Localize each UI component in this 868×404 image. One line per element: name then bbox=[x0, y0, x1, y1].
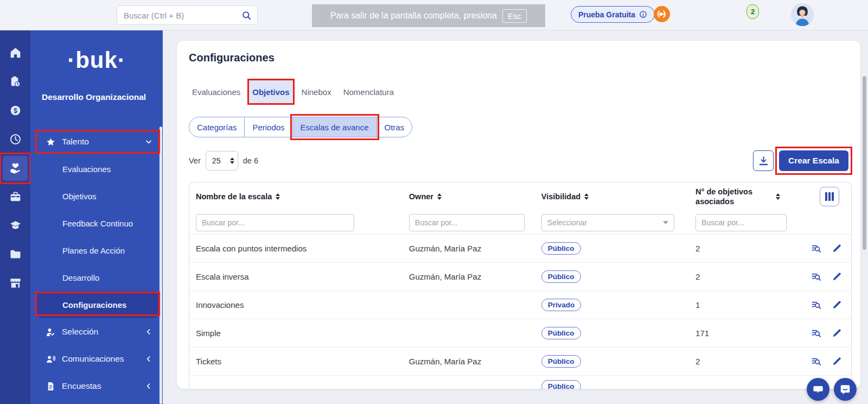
preview-icon[interactable] bbox=[810, 356, 822, 367]
filter-input-objetivos[interactable] bbox=[695, 214, 787, 231]
page-scrollbar[interactable] bbox=[863, 76, 866, 250]
cell-count: 2 bbox=[689, 357, 789, 366]
sidebar-item-seleccion[interactable]: Selección bbox=[37, 318, 158, 345]
column-header-actions bbox=[789, 187, 851, 206]
buk-logo[interactable]: ·buk· bbox=[30, 49, 163, 72]
select-arrows-icon bbox=[230, 157, 234, 164]
page-size-select[interactable]: 25 bbox=[206, 151, 238, 171]
table-filter-row: Seleccionar bbox=[189, 211, 851, 235]
edit-icon[interactable] bbox=[831, 271, 843, 282]
sidebar-subitem-label: Feedback Continuo bbox=[62, 219, 133, 228]
subtab-escalas-de-avance[interactable]: Escalas de avance bbox=[293, 117, 377, 137]
tab-label: Evaluaciones bbox=[192, 87, 240, 97]
cell-nombre: Tickets bbox=[189, 357, 403, 366]
free-trial-button[interactable]: Prueba Gratuita bbox=[571, 6, 655, 23]
filter-input-owner[interactable] bbox=[409, 214, 525, 231]
table-row: Innovaciones Privado 1 bbox=[189, 291, 851, 319]
visibility-badge: Público bbox=[541, 327, 581, 339]
chevron-left-icon bbox=[144, 327, 153, 336]
rail-folder-icon[interactable] bbox=[0, 240, 30, 269]
columns-config-button[interactable] bbox=[820, 187, 839, 206]
star-icon bbox=[44, 137, 57, 147]
column-header-owner[interactable]: Owner bbox=[403, 192, 535, 201]
visibility-badge: Privado bbox=[541, 299, 582, 311]
column-label: Owner bbox=[409, 192, 433, 201]
ver-label: Ver bbox=[189, 156, 201, 165]
sidebar-item-comunicaciones[interactable]: Comunicaciones bbox=[37, 345, 158, 373]
free-trial-label: Prueba Gratuita bbox=[578, 10, 635, 19]
sidebar-menu: Talento Evaluaciones Objetivos Feedback … bbox=[30, 128, 163, 400]
tab-label: Ninebox bbox=[302, 87, 331, 97]
edit-icon[interactable] bbox=[831, 327, 843, 339]
preview-icon[interactable] bbox=[810, 299, 822, 311]
configuraciones-card: Configuraciones Evaluaciones Objetivos N… bbox=[177, 41, 860, 389]
preview-icon[interactable] bbox=[810, 243, 822, 254]
sidebar-item-configuraciones[interactable]: Configuraciones bbox=[37, 291, 158, 318]
tab-nomenclatura[interactable]: Nomenclatura bbox=[340, 80, 397, 105]
user-avatar[interactable] bbox=[791, 3, 814, 26]
table-row: Público bbox=[189, 376, 851, 389]
search-input[interactable] bbox=[124, 11, 241, 20]
app-root: Para salir de la pantalla completa, pres… bbox=[0, 0, 868, 404]
tab-ninebox[interactable]: Ninebox bbox=[298, 80, 335, 105]
filter-select-visibilidad[interactable]: Seleccionar bbox=[541, 214, 674, 231]
chat-widget-button[interactable] bbox=[834, 378, 857, 401]
cell-owner: Guzmán, María Paz bbox=[403, 272, 535, 281]
sidebar-item-label: Selección bbox=[62, 327, 144, 337]
cell-count: 2 bbox=[689, 272, 789, 281]
visibility-badge: Público bbox=[541, 242, 581, 255]
filter-input-nombre[interactable] bbox=[196, 214, 354, 231]
sidebar-item-talento[interactable]: Talento bbox=[37, 128, 158, 155]
edit-icon[interactable] bbox=[831, 299, 843, 311]
column-header-nombre[interactable]: Nombre de la escala bbox=[189, 192, 403, 201]
cell-nombre: Escala inversa bbox=[189, 272, 403, 281]
notification-count-badge[interactable]: 2 bbox=[746, 4, 759, 19]
subtab-periodos[interactable]: Periodos bbox=[245, 117, 292, 137]
tab-objetivos[interactable]: Objetivos bbox=[249, 80, 292, 105]
rail-time-icon[interactable] bbox=[0, 125, 30, 154]
column-header-visibilidad[interactable]: Visibilidad bbox=[535, 192, 689, 201]
sidebar-item-evaluaciones[interactable]: Evaluaciones bbox=[37, 155, 158, 182]
sidebar-scrollbar[interactable] bbox=[159, 127, 162, 404]
cell-owner: Guzmán, María Paz bbox=[403, 357, 535, 366]
sidebar-item-objetivos[interactable]: Objetivos bbox=[37, 182, 158, 210]
rail-briefcase-icon[interactable] bbox=[0, 182, 30, 211]
sidebar-item-desarrollo[interactable]: Desarrollo bbox=[37, 264, 158, 291]
sort-icon bbox=[276, 193, 280, 200]
tab-evaluaciones[interactable]: Evaluaciones bbox=[189, 80, 244, 105]
rail-payroll-icon[interactable]: $ bbox=[0, 96, 30, 125]
download-button[interactable] bbox=[753, 150, 774, 171]
subtab-otras[interactable]: Otras bbox=[377, 117, 412, 137]
rail-clipboard-clock-icon[interactable] bbox=[0, 67, 30, 96]
rail-storefront-icon[interactable] bbox=[0, 269, 30, 298]
feedback-bubble-button[interactable] bbox=[807, 378, 829, 401]
sidebar-subitem-label: Configuraciones bbox=[62, 300, 126, 310]
subtab-categorias[interactable]: Categorías bbox=[189, 117, 245, 137]
sidebar-item-planes-de-accion[interactable]: Planes de Acción bbox=[37, 237, 158, 264]
sidebar-item-feedback-continuo[interactable]: Feedback Continuo bbox=[37, 210, 158, 237]
rail-graduation-cap-icon[interactable] bbox=[0, 211, 30, 240]
intercom-icon[interactable] bbox=[654, 6, 670, 22]
search-icon[interactable] bbox=[241, 10, 252, 21]
sidebar-item-label: Encuestas bbox=[62, 381, 144, 391]
subtab-label: Escalas de avance bbox=[301, 123, 369, 132]
sort-icon bbox=[776, 193, 780, 200]
preview-icon[interactable] bbox=[810, 271, 822, 282]
speech-bubble-icon bbox=[812, 383, 824, 395]
download-icon bbox=[758, 155, 769, 167]
rail-home-icon[interactable] bbox=[0, 39, 30, 67]
column-header-objetivos[interactable]: N° de objetivos asociados bbox=[689, 187, 789, 206]
create-scale-button[interactable]: Crear Escala bbox=[779, 150, 848, 171]
global-search[interactable] bbox=[117, 5, 258, 25]
table-row: Simple Público 171 bbox=[189, 319, 851, 348]
sort-icon bbox=[437, 193, 442, 200]
document-icon bbox=[44, 381, 57, 392]
chevron-down-icon bbox=[144, 137, 153, 146]
edit-icon[interactable] bbox=[831, 243, 843, 254]
column-label: Visibilidad bbox=[541, 192, 580, 201]
table-row: Escala inversa Guzmán, María Paz Público… bbox=[189, 263, 851, 291]
preview-icon[interactable] bbox=[810, 327, 822, 339]
rail-talent-icon[interactable] bbox=[0, 154, 30, 182]
edit-icon[interactable] bbox=[831, 356, 843, 367]
sidebar-item-encuestas[interactable]: Encuestas bbox=[37, 373, 158, 400]
